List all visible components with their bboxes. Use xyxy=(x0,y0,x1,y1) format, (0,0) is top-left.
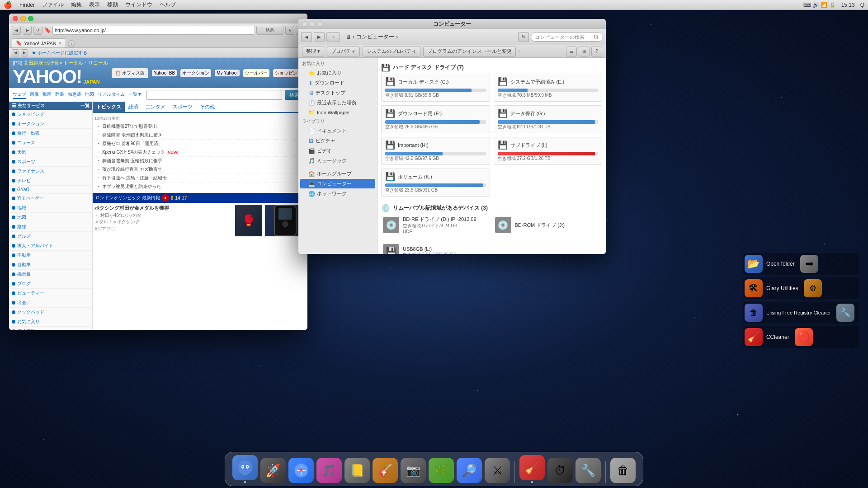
yahoo-bb[interactable]: Yahoo! BB xyxy=(152,70,177,76)
icons-view-btn[interactable]: ⊞ xyxy=(579,47,590,56)
list-tab[interactable]: 一覧▼ xyxy=(128,91,142,99)
maximize-button[interactable] xyxy=(28,16,33,21)
drive-h[interactable]: 💾 Important (H:) 空き領域 42.0 GB/97.6 GB xyxy=(381,137,490,165)
sidebar-gyao[interactable]: GYaO! xyxy=(9,186,92,194)
sidebar-tv[interactable]: テレビ xyxy=(9,176,92,186)
back-btn2[interactable]: ◀ xyxy=(12,49,19,56)
fm-search-input[interactable] xyxy=(531,33,603,42)
sidebar-auction[interactable]: オークション xyxy=(9,119,92,129)
dock-itunes[interactable]: 🎵 xyxy=(316,458,342,483)
sidebar-auto[interactable]: 自動車 xyxy=(9,260,92,270)
sidebar-gourmet[interactable]: グルメ xyxy=(9,232,92,241)
tab-close[interactable]: ✕ xyxy=(58,41,62,46)
pr-link[interactable]: 高田純次☆記憶＝トータル・リコール xyxy=(24,60,108,66)
organize-btn[interactable]: 整理 ▾ xyxy=(302,47,324,56)
fwd-btn2[interactable]: ▶ xyxy=(21,49,28,56)
drive-c[interactable]: 💾 ローカル ディスク (C:) 空き領域 8.31 GB/59.5 GB xyxy=(381,74,490,102)
sidebar-route[interactable]: 路線 xyxy=(9,222,92,232)
sidebar-docs[interactable]: 📄 ドキュメント xyxy=(300,126,375,136)
news-item-1[interactable]: ・ 日航機墜落27年で慰霊登山 xyxy=(94,122,306,131)
realtime-tab[interactable]: リアルタイム xyxy=(98,91,125,99)
dock-trash[interactable]: 🗑 xyxy=(610,458,636,483)
dock-safari[interactable] xyxy=(288,458,314,483)
fm-up[interactable]: ↑ xyxy=(326,32,340,42)
dock-photo[interactable]: 📷 xyxy=(401,458,426,483)
menubar-help[interactable]: ヘルプ xyxy=(160,1,176,9)
dock-search[interactable]: 🔎 xyxy=(457,458,482,483)
toolbar-btn[interactable]: ツールバー xyxy=(243,69,269,77)
sidebar-shopping[interactable]: ショッピング xyxy=(9,110,92,119)
fm-refresh[interactable]: ↻ xyxy=(518,32,529,42)
sidebar-ebooks[interactable]: 電子書籍 xyxy=(9,327,92,330)
system-properties-btn[interactable]: システムのプロパティ xyxy=(363,47,420,56)
news-item-4[interactable]: ・ Xperia GXとSXの実力チェック NEW! xyxy=(94,148,306,157)
drive-usb[interactable]: 💾 USB8GB (L:) 空き領域 7.01 GB/7.46 GB xyxy=(381,242,491,254)
drive-i[interactable]: 💾 サブドライブ (I:) 空き領域 37.2 GB/1.26 TB xyxy=(494,137,603,165)
map-tab[interactable]: 地図 xyxy=(85,91,94,99)
others-tab[interactable]: その他 xyxy=(196,102,218,112)
auction-btn[interactable]: オークション xyxy=(180,69,211,77)
fm-forward[interactable]: ▶ xyxy=(314,32,325,42)
dock-game[interactable]: ⚔ xyxy=(485,458,510,483)
fm-back[interactable]: ◀ xyxy=(301,32,312,42)
sidebar-computer[interactable]: 💻 コンピューター xyxy=(300,179,375,188)
sidebar-download[interactable]: ⬇ ダウンロード xyxy=(300,78,375,88)
sidebar-desktop[interactable]: 🖥 デスクトップ xyxy=(300,88,375,98)
forward-button[interactable]: ▶ xyxy=(23,26,32,35)
news-item-5[interactable]: ・ 株価当選無効 五輪招致に傷手 xyxy=(94,157,306,165)
sidebar-job[interactable]: 求人・アルバイト xyxy=(9,241,92,251)
news-item-6[interactable]: ・ 藻が現役続行宣言 カズ助言で xyxy=(94,165,306,174)
sidebar-recent[interactable]: 🕐 最近表示した場所 xyxy=(300,98,375,108)
close-button[interactable] xyxy=(13,16,18,21)
sidebar-real-estate[interactable]: 不動産 xyxy=(9,251,92,260)
office-btn[interactable]: 📋 オフィス版 xyxy=(112,68,148,78)
news-item-7[interactable]: ・ 竹下引退へ 広島・江藤・結城命 xyxy=(94,174,306,183)
sidebar-bbs[interactable]: 掲示板 xyxy=(9,270,92,279)
entame-tab[interactable]: エンタメ xyxy=(142,102,169,112)
bookmark-btn[interactable]: ★ xyxy=(285,26,294,35)
address-bar[interactable]: http://www.yahoo.co.jp/ xyxy=(52,26,255,35)
reload-button[interactable]: ↺ xyxy=(33,26,42,35)
drive-e[interactable]: 💾 システムで予約済み (E:) 空き領域 70.3 MB/99.9 MB xyxy=(494,74,603,102)
sidebar-finance[interactable]: ファイナンス xyxy=(9,167,92,176)
qa-tab[interactable]: 知恵袋 xyxy=(68,91,81,99)
new-tab-btn[interactable]: + xyxy=(68,40,75,47)
more-btn[interactable]: » xyxy=(519,49,520,53)
search-btn-browser[interactable]: 検索 xyxy=(256,26,283,35)
uninstall-btn[interactable]: プログラムのアンインストールと変更 xyxy=(423,47,516,56)
sidebar-weather[interactable]: 天気 xyxy=(9,148,92,157)
drive-g[interactable]: 💾 データ保存 (G:) 空き領域 62.1 GB/1.81 TB xyxy=(494,105,603,133)
sidebar-region[interactable]: 地域 xyxy=(9,203,92,213)
myyahoo-btn[interactable]: My Yahoo! xyxy=(215,70,240,76)
sidebar-homegroup[interactable]: 🏠 ホームグループ xyxy=(300,169,375,178)
properties-btn[interactable]: プロパティ xyxy=(327,47,360,56)
services-toggle[interactable]: 一覧 xyxy=(80,103,90,109)
sidebar-icon-wallpaper[interactable]: 📁 Icon Wallpaper xyxy=(300,108,375,117)
drive-k[interactable]: 💾 ボリューム (K:) 空き領域 23.5 GB/931 GB xyxy=(381,169,490,197)
dict-tab[interactable]: 辞書 xyxy=(55,91,64,99)
menubar-edit[interactable]: 編集 xyxy=(71,1,82,9)
apple-menu[interactable]: 🍎 xyxy=(4,1,12,9)
drive-bd-re[interactable]: 💿 BD-RE ドライブ (D:) IPI-2012.09 空き領域 0 バイト… xyxy=(381,214,491,236)
dock-launchpad[interactable]: 🚀 xyxy=(260,458,286,483)
web-tab[interactable]: ウェブ xyxy=(13,91,26,99)
menubar-finder[interactable]: Finder xyxy=(19,2,35,8)
topics-tab[interactable]: トピックス xyxy=(93,102,125,112)
menubar-file[interactable]: ファイル xyxy=(42,1,64,9)
sidebar-cookpad[interactable]: クックパッド xyxy=(9,308,92,317)
drive-bd-rom[interactable]: 💿 BD-ROM ドライブ (J:) xyxy=(493,214,603,236)
sidebar-network[interactable]: 🌐 ネットワーク xyxy=(300,189,375,198)
dock-monitor[interactable]: ⏱ xyxy=(547,458,573,483)
sidebar-favorites[interactable]: お気に入り xyxy=(9,317,92,327)
news-item-8[interactable]: ・ ネブラ被災児童と約束やった xyxy=(94,183,306,191)
image-tab[interactable]: 画像 xyxy=(30,91,39,99)
news-item-2[interactable]: ・ 発達障害 求刑超え判決に驚き xyxy=(94,131,306,140)
yahoo-search-input[interactable] xyxy=(146,90,282,100)
tab-yahoo[interactable]: 🔖 Yahoo! JAPAN ✕ xyxy=(12,38,66,47)
drive-f[interactable]: 💾 ダウンロード用 (F:) 空き領域 26.5 GB/465 GB xyxy=(381,105,490,133)
back-button[interactable]: ◀ xyxy=(12,26,21,35)
economy-tab[interactable]: 経済 xyxy=(125,102,142,112)
dock-tools[interactable]: 🔧 xyxy=(576,458,601,483)
fm-max[interactable] xyxy=(317,21,323,27)
minimize-button[interactable] xyxy=(20,16,26,21)
